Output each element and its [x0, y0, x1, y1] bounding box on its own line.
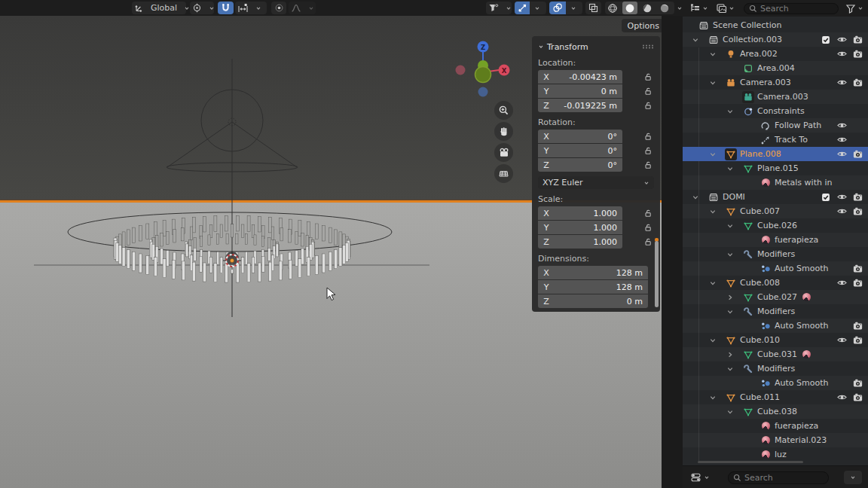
expand-caret-icon[interactable]: [726, 308, 734, 316]
location-y-field[interactable]: Y0 m: [538, 84, 622, 98]
expand-caret-icon[interactable]: [692, 194, 699, 201]
hide-viewport-toggle[interactable]: [836, 392, 848, 404]
rotation-mode-dropdown[interactable]: XYZ Euler: [538, 176, 654, 189]
gizmos-dropdown[interactable]: [515, 2, 546, 14]
hide-viewport-toggle[interactable]: [836, 191, 848, 203]
shading-wireframe-button[interactable]: [605, 2, 620, 14]
rotation-z-field[interactable]: Z0°: [538, 158, 622, 172]
expand-caret-icon[interactable]: [692, 36, 699, 44]
editor-type-dropdown[interactable]: [689, 3, 708, 14]
hide-viewport-toggle[interactable]: [836, 77, 848, 89]
lock-icon[interactable]: [642, 84, 654, 98]
hide-viewport-toggle[interactable]: [836, 206, 848, 218]
proportional-editing-toggle[interactable]: [271, 2, 286, 14]
render-visibility-toggle[interactable]: [851, 320, 863, 332]
expand-caret-icon[interactable]: [709, 50, 717, 58]
render-visibility-toggle[interactable]: [851, 191, 863, 203]
collapse-caret-icon[interactable]: [538, 44, 544, 50]
render-visibility-toggle[interactable]: [851, 377, 863, 389]
shading-material-button[interactable]: [640, 2, 655, 14]
expand-caret-icon[interactable]: [709, 337, 717, 344]
outliner-row-cube-027[interactable]: Cube.027: [683, 290, 868, 304]
outliner-row-cube-031[interactable]: Cube.031: [683, 347, 868, 361]
xray-toggle[interactable]: [585, 2, 601, 14]
3d-viewport[interactable]: Z X Options Tran: [0, 16, 683, 488]
expand-caret-icon[interactable]: [726, 165, 734, 172]
outliner-row-follow-path[interactable]: Follow Path: [683, 118, 868, 133]
outliner-search[interactable]: [744, 3, 839, 14]
hide-viewport-toggle[interactable]: [836, 134, 848, 146]
render-visibility-toggle[interactable]: [851, 277, 863, 289]
outliner-row-modifiers[interactable]: Modifiers: [683, 247, 868, 261]
camera-view-button[interactable]: [494, 143, 513, 162]
snap-target-dropdown[interactable]: [235, 2, 267, 14]
scale-y-field[interactable]: Y1.000: [538, 221, 622, 234]
outliner-row-track-to[interactable]: Track To: [683, 133, 868, 147]
render-visibility-toggle[interactable]: [851, 392, 863, 404]
outliner-row-scene-collection[interactable]: Scene Collection: [683, 18, 868, 32]
render-visibility-toggle[interactable]: [851, 206, 863, 218]
properties-search[interactable]: [728, 471, 829, 484]
outliner-row-cube-011[interactable]: Cube.011: [683, 390, 868, 404]
shading-solid-button[interactable]: [622, 2, 637, 14]
render-visibility-toggle[interactable]: [851, 334, 863, 346]
render-visibility-toggle[interactable]: [851, 34, 863, 46]
outliner-row-cube-008[interactable]: Cube.008: [683, 276, 868, 290]
hide-viewport-toggle[interactable]: [836, 120, 848, 132]
outliner-row-cube-007[interactable]: Cube.007: [683, 204, 868, 218]
proportional-falloff-dropdown[interactable]: [289, 2, 316, 14]
overlays-dropdown[interactable]: [549, 2, 582, 14]
panel-grip-icon[interactable]: [642, 44, 654, 50]
rotation-x-field[interactable]: X0°: [538, 130, 622, 143]
lock-icon[interactable]: [642, 99, 654, 112]
expand-caret-icon[interactable]: [726, 222, 734, 230]
expand-caret-icon[interactable]: [726, 251, 734, 258]
hide-viewport-toggle[interactable]: [836, 48, 848, 60]
lock-icon[interactable]: [642, 206, 654, 220]
panel-scrollbar[interactable]: [655, 241, 659, 307]
lock-icon[interactable]: [642, 70, 654, 84]
toggle-grid-button[interactable]: [494, 164, 513, 183]
orientation-dropdown[interactable]: Global: [132, 2, 186, 14]
outliner-row-luz[interactable]: luz: [683, 447, 868, 462]
outliner-row-collection-003[interactable]: Collection.003: [683, 32, 868, 47]
outliner-row-camera-003[interactable]: Camera.003: [683, 90, 868, 104]
lock-icon[interactable]: [642, 130, 654, 143]
outliner-row-cube-010[interactable]: Cube.010: [683, 333, 868, 347]
expand-caret-icon[interactable]: [709, 79, 717, 87]
hide-viewport-toggle[interactable]: [836, 277, 848, 289]
shading-rendered-button[interactable]: [657, 2, 672, 14]
bottom-expand-button[interactable]: [844, 471, 862, 484]
expand-caret-icon[interactable]: [709, 279, 717, 287]
outliner-row-auto-smooth[interactable]: Auto Smooth: [683, 376, 868, 390]
location-z-field[interactable]: Z-0.019225 m: [538, 99, 622, 112]
filter-dropdown[interactable]: [845, 4, 863, 14]
outliner-row-area-004[interactable]: Area.004: [683, 61, 868, 75]
outliner-row-plane-008[interactable]: Plane.008: [683, 147, 868, 161]
dimensions-z-field[interactable]: Z0 m: [538, 294, 648, 308]
zoom-button[interactable]: [494, 101, 513, 120]
navigation-gizmo[interactable]: Z X: [451, 38, 517, 100]
display-mode-dropdown[interactable]: [716, 3, 735, 14]
outliner-row-camera-003[interactable]: Camera.003: [683, 75, 868, 90]
outliner-row-constraints[interactable]: Constraints: [683, 104, 868, 118]
lock-icon[interactable]: [642, 158, 654, 172]
render-visibility-toggle[interactable]: [851, 263, 863, 275]
expand-caret-icon[interactable]: [726, 294, 734, 301]
outliner-row-domi[interactable]: DOMI: [683, 190, 868, 204]
outliner-row-modifiers[interactable]: Modifiers: [683, 304, 868, 319]
lock-icon[interactable]: [642, 221, 654, 234]
outliner-search-input[interactable]: [760, 4, 821, 14]
lock-icon[interactable]: [642, 235, 654, 249]
scale-z-field[interactable]: Z1.000: [538, 235, 622, 249]
render-visibility-toggle[interactable]: [851, 48, 863, 60]
expand-caret-icon[interactable]: [726, 108, 734, 115]
outliner-row-fuerapieza[interactable]: fuerapieza: [683, 419, 868, 433]
outliner-row-modifiers[interactable]: Modifiers: [683, 361, 868, 376]
hide-viewport-toggle[interactable]: [836, 34, 848, 46]
hide-viewport-toggle[interactable]: [836, 148, 848, 160]
move-view-button[interactable]: [494, 122, 513, 141]
outliner-row-cube-026[interactable]: Cube.026: [683, 218, 868, 233]
snap-toggle[interactable]: [218, 2, 234, 14]
lock-icon[interactable]: [642, 144, 654, 157]
